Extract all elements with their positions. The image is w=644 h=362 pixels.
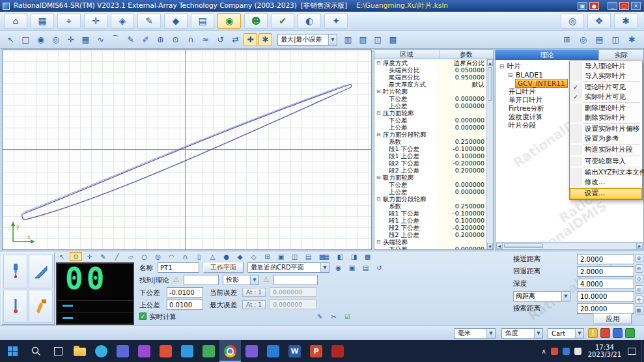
line-icon[interactable]: ╱ bbox=[111, 252, 123, 261]
param-row[interactable]: 尾端百分比0.950000 bbox=[374, 74, 486, 81]
record-icon[interactable]: ● bbox=[589, 2, 599, 10]
context-menu-item[interactable]: 设置为参考 bbox=[570, 134, 641, 144]
tab-construct[interactable]: ✎ bbox=[137, 13, 161, 29]
sphere-icon[interactable]: ● bbox=[220, 252, 232, 261]
expand-icon[interactable]: ⊟ bbox=[376, 174, 383, 181]
scrollbar-thumb[interactable] bbox=[504, 244, 543, 248]
zoom-in-icon[interactable]: ⊕ bbox=[635, 254, 643, 262]
layout-icon[interactable]: ◫ bbox=[609, 33, 623, 46]
view-options-icon[interactable]: ◎ bbox=[576, 33, 590, 46]
sketch-icon[interactable]: ✎ bbox=[124, 33, 137, 46]
zoom-out-icon[interactable]: ⊖ bbox=[635, 264, 643, 273]
circle-icon[interactable]: ○ bbox=[138, 252, 150, 261]
context-menu-item[interactable]: 设置... bbox=[570, 189, 641, 199]
param-row[interactable]: 系数0.250000 bbox=[374, 138, 486, 145]
units-dropdown[interactable]: 毫米 ▼ bbox=[454, 328, 496, 339]
workplane-button[interactable]: 工作平面 bbox=[203, 262, 244, 273]
profile-icon[interactable]: ◫ bbox=[288, 252, 301, 261]
zoom-fit-icon[interactable]: ⊙ bbox=[635, 275, 643, 283]
param-row[interactable]: 上公差0.000000 bbox=[374, 102, 486, 109]
graphics-window-icon[interactable]: ❖ bbox=[587, 13, 611, 29]
refresh-icon[interactable]: ↺ bbox=[214, 33, 227, 46]
construct-icon[interactable]: ✛ bbox=[83, 252, 96, 261]
motion-field-input[interactable]: 4.0000 bbox=[577, 279, 634, 289]
expand-icon[interactable]: ⊟ bbox=[376, 88, 383, 95]
shade-icon[interactable]: ▦ bbox=[79, 33, 92, 46]
expand-tree-icon[interactable]: ⊞ bbox=[560, 33, 574, 46]
tab-tolerance[interactable]: ◆ bbox=[164, 13, 188, 29]
swap-view-icon[interactable]: ⇄ bbox=[229, 33, 242, 46]
chevron-down-icon[interactable]: ▼ bbox=[486, 329, 495, 338]
annotate-icon[interactable]: ✐ bbox=[139, 33, 152, 46]
tolerance-icon[interactable]: ◉ bbox=[332, 263, 344, 272]
param-row[interactable]: 段1 下公差-0.100000 bbox=[374, 145, 486, 152]
lower-tolerance-input[interactable] bbox=[167, 287, 203, 298]
output-icon[interactable]: ▣ bbox=[346, 263, 358, 272]
ok-icon[interactable] bbox=[625, 328, 635, 338]
chevron-down-icon[interactable]: ▼ bbox=[561, 292, 570, 301]
angle-gauge-icon[interactable] bbox=[29, 255, 53, 288]
tab-program[interactable]: ▤ bbox=[191, 13, 214, 29]
rotate-view-icon[interactable]: ◎ bbox=[49, 33, 63, 46]
tab-verify[interactable]: ✔ bbox=[271, 13, 294, 29]
pan-view-icon[interactable]: ✛ bbox=[635, 296, 643, 304]
plot-band-icon[interactable]: ▥ bbox=[341, 33, 355, 46]
motion-field-input[interactable]: 20.0000 bbox=[577, 303, 634, 314]
app-purple-icon[interactable] bbox=[133, 340, 155, 362]
powerpoint-icon[interactable]: P bbox=[305, 340, 327, 362]
context-menu-item[interactable]: 修改... bbox=[570, 178, 641, 188]
name-input[interactable] bbox=[158, 262, 199, 273]
notification-center-icon[interactable] bbox=[628, 348, 636, 355]
expand-icon[interactable]: ⊟ bbox=[376, 59, 383, 66]
select-icon[interactable]: ↖ bbox=[56, 252, 68, 261]
cylinder-icon[interactable]: ▯ bbox=[193, 252, 205, 261]
motion-field-input[interactable]: 2.0000 bbox=[577, 266, 634, 277]
file-explorer-icon[interactable] bbox=[69, 340, 91, 362]
warning-icon[interactable]: ! bbox=[588, 328, 598, 338]
tab-coordinate[interactable]: ✛ bbox=[84, 13, 107, 29]
found-theory-input[interactable] bbox=[184, 275, 219, 285]
options-icon[interactable]: ✱ bbox=[614, 13, 637, 29]
param-row[interactable]: ⊟吸力面轮廓 bbox=[374, 174, 486, 181]
edit-feature-icon[interactable]: ✎ bbox=[97, 252, 109, 261]
edit-icon[interactable]: ✎ bbox=[314, 312, 326, 321]
minimize-button[interactable]: _ bbox=[608, 2, 617, 10]
plane-icon[interactable]: ▱ bbox=[124, 252, 137, 261]
param-row[interactable]: 段2 上公差0.200000 bbox=[374, 167, 486, 174]
add-point-icon[interactable]: ⊕ bbox=[154, 33, 167, 46]
param-row[interactable]: 下公差0.000000 bbox=[374, 245, 486, 249]
tab-geometry[interactable]: ◈ bbox=[111, 13, 134, 29]
plot-hatch-icon[interactable]: ▨ bbox=[356, 33, 370, 46]
grid-toggle-icon[interactable]: ▦ bbox=[635, 306, 643, 314]
context-menu-item[interactable]: ✓理论叶片可见 bbox=[570, 83, 641, 92]
zoom-fit-icon[interactable]: ◉ bbox=[34, 33, 48, 46]
parameter-scrollbar[interactable]: ▲ ▼ bbox=[486, 59, 493, 249]
cone-icon[interactable]: △ bbox=[206, 252, 219, 261]
param-row[interactable]: 下公差0.000000 bbox=[374, 95, 486, 102]
error-mode-dropdown[interactable]: 最大|最小误差 ▼ bbox=[277, 34, 337, 46]
curve-icon[interactable]: ∩ bbox=[179, 252, 191, 261]
motion-field-input[interactable]: 2.0000 bbox=[577, 254, 634, 264]
app-green-icon[interactable] bbox=[198, 340, 219, 362]
list-icon[interactable]: ▤ bbox=[359, 263, 372, 272]
context-menu-item[interactable]: 构造实际叶片段 bbox=[570, 145, 641, 155]
tab-actual[interactable]: 实际 bbox=[599, 50, 643, 60]
tab-theory[interactable]: 理论 bbox=[496, 50, 599, 60]
context-menu-item[interactable]: 可变轮廓导入 bbox=[570, 157, 641, 167]
motion-field-input[interactable]: 10.0000 bbox=[577, 291, 634, 301]
app-indigo-icon[interactable] bbox=[112, 340, 133, 362]
param-row[interactable]: ⊟叶片轮廓 bbox=[374, 88, 486, 95]
arc-icon[interactable]: ◠ bbox=[165, 252, 178, 261]
scroll-left-icon[interactable]: ◀ bbox=[496, 243, 503, 249]
tab-probe[interactable]: ⌖ bbox=[57, 13, 81, 29]
context-menu-item[interactable]: 输出XYZ到文本文件▸ bbox=[570, 168, 641, 178]
expand-icon[interactable]: ⊟ bbox=[376, 109, 383, 117]
curve-icon[interactable]: ∿ bbox=[94, 33, 107, 46]
chevron-down-icon[interactable]: ▼ bbox=[250, 275, 259, 285]
tab-workspace[interactable]: ⌂ bbox=[4, 13, 27, 29]
view-side-icon[interactable]: ◧ bbox=[334, 252, 346, 261]
start-button[interactable] bbox=[0, 340, 25, 362]
torus-icon[interactable]: ◆ bbox=[234, 252, 246, 261]
param-row[interactable]: 下公差0.000000 bbox=[374, 181, 486, 188]
arc-icon[interactable]: ⌒ bbox=[109, 33, 122, 46]
